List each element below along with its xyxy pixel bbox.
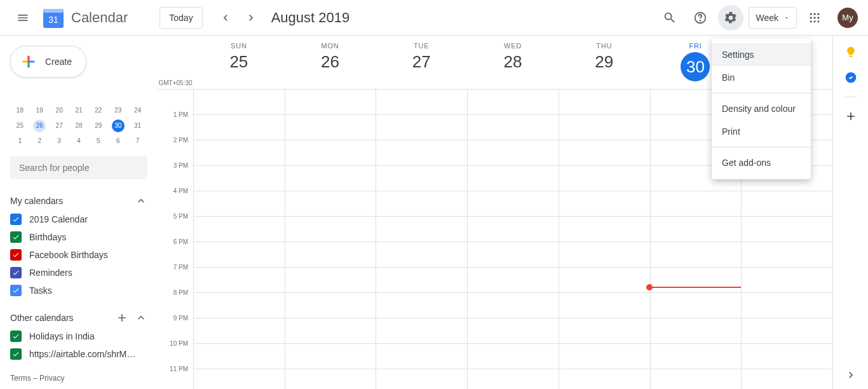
time-slot[interactable] xyxy=(559,369,650,389)
keep-addon-icon[interactable] xyxy=(844,46,857,58)
time-slot[interactable] xyxy=(285,344,376,369)
mini-cal-day[interactable]: 25 xyxy=(10,118,30,133)
time-slot[interactable] xyxy=(651,242,742,268)
time-slot[interactable] xyxy=(376,293,467,318)
next-week-button[interactable] xyxy=(241,8,261,28)
mini-cal-day[interactable]: 7 xyxy=(128,133,147,149)
mini-cal-day[interactable]: 19 xyxy=(30,103,50,118)
privacy-link[interactable]: Privacy xyxy=(39,374,64,383)
time-slot[interactable] xyxy=(742,217,832,242)
mini-cal-day[interactable]: 24 xyxy=(128,103,147,118)
time-slot[interactable] xyxy=(194,293,285,318)
time-slot[interactable] xyxy=(651,369,742,389)
time-slot[interactable] xyxy=(742,369,832,389)
time-slot[interactable] xyxy=(285,115,376,140)
time-slot[interactable] xyxy=(194,318,285,344)
today-button[interactable]: Today xyxy=(159,7,202,29)
time-slot[interactable] xyxy=(376,242,467,268)
time-slot[interactable] xyxy=(194,217,285,242)
time-slot[interactable] xyxy=(285,369,376,389)
checkbox-icon[interactable] xyxy=(10,348,22,360)
menu-item-addons[interactable]: Get add-ons xyxy=(712,151,811,174)
time-slot[interactable] xyxy=(376,369,467,389)
time-slot[interactable] xyxy=(559,90,650,115)
time-slot[interactable] xyxy=(742,344,832,369)
mini-cal-day[interactable]: 26 xyxy=(33,119,46,132)
time-slot[interactable] xyxy=(468,293,559,318)
day-column[interactable] xyxy=(467,90,559,389)
mini-cal-day[interactable]: 29 xyxy=(88,118,108,133)
search-button[interactable] xyxy=(657,5,682,31)
time-slot[interactable] xyxy=(559,140,650,166)
view-selector[interactable]: Week xyxy=(749,7,797,29)
time-slot[interactable] xyxy=(376,140,467,166)
calendar-item[interactable]: Reminders xyxy=(10,267,147,278)
time-slot[interactable] xyxy=(194,344,285,369)
time-slot[interactable] xyxy=(742,293,832,318)
time-slot[interactable] xyxy=(285,242,376,268)
mini-cal-day[interactable]: 2 xyxy=(30,133,50,149)
time-slot[interactable] xyxy=(559,268,650,293)
time-slot[interactable] xyxy=(651,217,742,242)
day-column[interactable] xyxy=(376,90,467,389)
terms-link[interactable]: Terms xyxy=(10,374,31,383)
time-slot[interactable] xyxy=(468,115,559,140)
time-slot[interactable] xyxy=(285,293,376,318)
mini-cal-day[interactable]: 27 xyxy=(50,118,69,133)
time-slot[interactable] xyxy=(468,140,559,166)
time-slot[interactable] xyxy=(651,344,742,369)
mini-cal-day[interactable]: 5 xyxy=(88,133,108,149)
checkbox-icon[interactable] xyxy=(10,267,22,278)
time-slot[interactable] xyxy=(651,293,742,318)
time-slot[interactable] xyxy=(651,318,742,344)
chevron-up-icon[interactable] xyxy=(135,194,147,207)
time-slot[interactable] xyxy=(468,242,559,268)
mini-cal-day[interactable]: 4 xyxy=(69,133,89,149)
time-slot[interactable] xyxy=(376,217,467,242)
time-slot[interactable] xyxy=(376,191,467,217)
time-slot[interactable] xyxy=(742,191,832,217)
time-slot[interactable] xyxy=(559,115,650,140)
time-slot[interactable] xyxy=(376,268,467,293)
menu-item-bin[interactable]: Bin xyxy=(712,66,811,89)
create-button[interactable]: Create xyxy=(10,46,86,78)
time-slot[interactable] xyxy=(559,217,650,242)
time-slot[interactable] xyxy=(194,115,285,140)
mini-cal-day[interactable]: 28 xyxy=(69,118,89,133)
time-slot[interactable] xyxy=(468,90,559,115)
time-slot[interactable] xyxy=(285,318,376,344)
chevron-up-icon[interactable] xyxy=(135,311,147,324)
time-slot[interactable] xyxy=(651,268,742,293)
checkbox-icon[interactable] xyxy=(10,249,22,261)
time-slot[interactable] xyxy=(559,242,650,268)
mini-cal-day[interactable]: 21 xyxy=(69,103,89,118)
tasks-addon-icon[interactable] xyxy=(844,71,857,84)
mini-cal-day[interactable]: 22 xyxy=(88,103,108,118)
time-slot[interactable] xyxy=(194,369,285,389)
time-slot[interactable] xyxy=(194,191,285,217)
get-addons-button[interactable] xyxy=(844,110,857,123)
time-slot[interactable] xyxy=(651,191,742,217)
time-slot[interactable] xyxy=(559,191,650,217)
time-slot[interactable] xyxy=(559,318,650,344)
time-slot[interactable] xyxy=(559,344,650,369)
time-slot[interactable] xyxy=(742,242,832,268)
time-slot[interactable] xyxy=(376,115,467,140)
time-slot[interactable] xyxy=(285,90,376,115)
time-slot[interactable] xyxy=(468,166,559,191)
day-column[interactable] xyxy=(285,90,376,389)
plus-icon[interactable] xyxy=(116,311,128,324)
time-slot[interactable] xyxy=(468,191,559,217)
time-slot[interactable] xyxy=(285,140,376,166)
mini-cal-day[interactable]: 18 xyxy=(10,103,30,118)
time-slot[interactable] xyxy=(468,369,559,389)
time-slot[interactable] xyxy=(376,344,467,369)
prev-week-button[interactable] xyxy=(215,8,236,28)
time-slot[interactable] xyxy=(468,344,559,369)
time-slot[interactable] xyxy=(376,166,467,191)
day-header[interactable]: SUN25 xyxy=(193,36,285,89)
time-slot[interactable] xyxy=(285,166,376,191)
mini-cal-day[interactable]: 30 xyxy=(112,119,125,132)
time-slot[interactable] xyxy=(559,293,650,318)
menu-item-density[interactable]: Density and colour xyxy=(712,97,811,120)
